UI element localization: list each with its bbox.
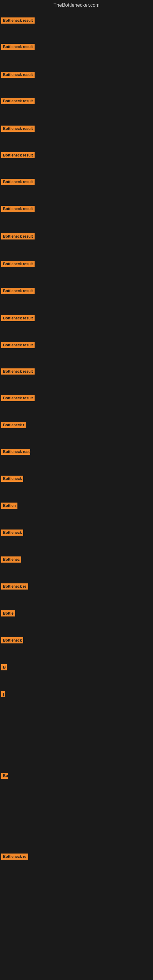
bottleneck-badge[interactable]: Bottleneck result [1,126,35,132]
bottleneck-badge[interactable]: Bottleneck result [1,315,35,321]
list-item: Bottleneck re [1,584,28,591]
list-item: Bottleneck r [1,422,26,430]
list-item: Bottleneck result [1,288,35,295]
bottleneck-badge[interactable]: Bottleneck [1,637,23,643]
bottleneck-badge[interactable]: Bottleneck result [1,342,35,348]
bottleneck-badge[interactable]: Bo [1,773,8,779]
bottleneck-badge[interactable]: Bottleneck re [1,854,28,860]
list-item: Bottleneck result [1,261,35,268]
bottleneck-badge[interactable]: Bottlen [1,503,18,509]
bottleneck-badge[interactable]: Bottleneck result [1,395,35,401]
bottleneck-badge[interactable]: Bottleneck [1,476,23,482]
bottleneck-badge[interactable]: Bottleneck [1,530,23,536]
list-item: Bottleneck result [1,18,35,25]
bottleneck-badge[interactable]: B [1,664,7,670]
bottleneck-badge[interactable]: Bottleneck result [1,288,35,294]
bottleneck-badge[interactable]: Bottleneck result [1,261,35,267]
site-title: TheBottlenecker.com [0,0,153,9]
list-item: Bottle [1,610,15,618]
list-item: Bottleneck result [1,98,35,105]
items-container: Bottleneck resultBottleneck resultBottle… [0,9,153,980]
list-item: Bottleneck result [1,152,35,159]
bottleneck-badge[interactable]: Bottle [1,610,15,616]
list-item: Bo [1,773,8,780]
bottleneck-badge[interactable]: Bottleneck result [1,206,35,212]
bottleneck-badge[interactable]: Bottleneck result [1,98,35,104]
list-item: Bottleneck result [1,44,35,51]
list-item: Bottleneck result [1,395,35,402]
list-item: | [1,691,5,698]
list-item: B [1,664,7,671]
list-item: Bottleneck result [1,72,35,79]
bottleneck-badge[interactable]: Bottleneck result [1,44,35,50]
list-item: Bottlenec [1,557,21,564]
list-item: Bottleneck result [1,368,35,376]
bottleneck-badge[interactable]: Bottleneck result [1,368,35,375]
bottleneck-badge[interactable]: Bottleneck result [1,152,35,158]
bottleneck-badge[interactable]: Bottleneck result [1,233,35,240]
site-title-container: TheBottlenecker.com [0,0,153,9]
list-item: Bottleneck result [1,342,35,350]
bottleneck-badge[interactable]: Bottleneck result [1,72,35,78]
bottleneck-badge[interactable]: Bottleneck result [1,179,35,185]
bottleneck-badge[interactable]: | [1,691,5,697]
list-item: Bottleneck [1,530,23,537]
list-item: Bottleneck result [1,315,35,323]
bottleneck-badge[interactable]: Bottleneck result [1,18,35,24]
list-item: Bottleneck [1,637,23,645]
list-item: Bottleneck resu [1,449,30,456]
list-item: Bottleneck result [1,126,35,133]
bottleneck-badge[interactable]: Bottleneck resu [1,449,30,455]
list-item: Bottleneck result [1,179,35,186]
list-item: Bottleneck result [1,206,35,213]
list-item: Bottleneck result [1,233,35,241]
bottleneck-badge[interactable]: Bottleneck r [1,422,26,428]
bottleneck-badge[interactable]: Bottleneck re [1,584,28,590]
list-item: Bottleneck [1,476,23,483]
bottleneck-badge[interactable]: Bottlenec [1,557,21,563]
list-item: Bottleneck re [1,854,28,861]
list-item: Bottlen [1,503,18,510]
